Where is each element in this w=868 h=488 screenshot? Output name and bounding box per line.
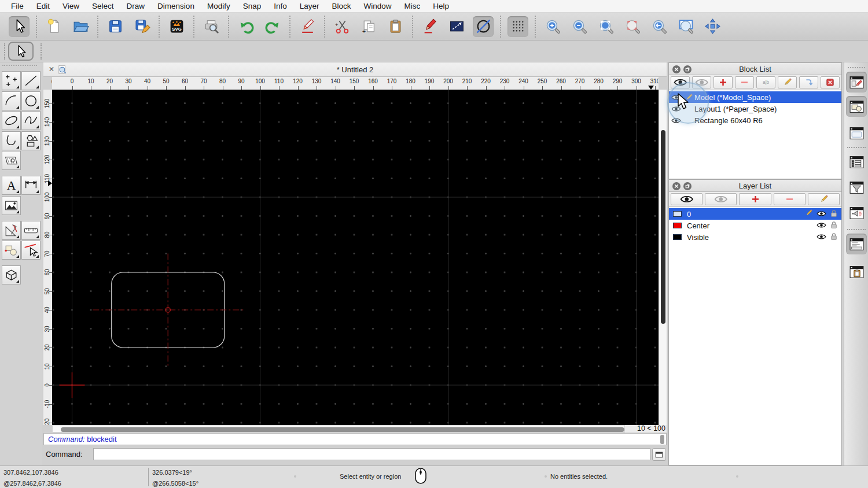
grid-toggle-button[interactable] <box>507 16 528 37</box>
zoom-window-button[interactable] <box>675 16 696 37</box>
drawing-canvas[interactable] <box>52 90 659 425</box>
command-history-scrollbar[interactable] <box>660 435 664 444</box>
tool-spline[interactable] <box>21 111 41 130</box>
menu-modify[interactable]: Modify <box>201 0 237 13</box>
svg-export-button[interactable]: SVG <box>166 16 187 37</box>
hide-layer-button[interactable] <box>705 193 737 205</box>
command-input[interactable] <box>93 448 650 460</box>
library-browser-toggle-button[interactable] <box>846 96 867 117</box>
tool-arc[interactable] <box>2 91 21 110</box>
close-panel-icon[interactable] <box>672 182 681 190</box>
remove-block-button[interactable] <box>735 76 754 88</box>
print-preview-button[interactable] <box>201 16 222 37</box>
menu-select[interactable]: Select <box>86 0 120 13</box>
menu-info[interactable]: Info <box>267 0 293 13</box>
delete-all-blocks-button[interactable] <box>821 76 840 88</box>
selection-filter-toggle-button[interactable] <box>846 177 867 198</box>
command-window-button[interactable] <box>652 448 666 461</box>
command-line-toggle-button[interactable] <box>846 234 867 254</box>
tool-text[interactable]: A <box>2 176 21 195</box>
tool-dimension[interactable] <box>21 176 41 195</box>
undo-button[interactable] <box>236 16 256 37</box>
layer-name[interactable]: Center <box>687 221 816 230</box>
menu-view[interactable]: View <box>56 0 86 13</box>
property-editor-toggle-button[interactable] <box>846 123 867 143</box>
menu-layer[interactable]: Layer <box>293 0 326 13</box>
paste-button[interactable] <box>385 16 406 37</box>
command-options-toggle-button[interactable] <box>846 202 867 223</box>
vertical-scrollbar-thumb[interactable] <box>661 130 665 324</box>
add-block-button[interactable] <box>713 76 733 88</box>
select-arrow-button[interactable] <box>9 16 30 37</box>
cut-button[interactable]: + <box>332 16 352 37</box>
zoom-pan-button[interactable] <box>702 16 723 37</box>
tool-points[interactable] <box>2 71 21 90</box>
zoom-in-button[interactable] <box>542 16 563 37</box>
open-file-button[interactable] <box>70 16 91 37</box>
tool-solid[interactable] <box>2 265 21 284</box>
zoom-auto-button[interactable] <box>595 16 616 37</box>
redo-button[interactable] <box>262 16 283 37</box>
clipboard-toggle-button[interactable] <box>846 261 867 282</box>
copy-button[interactable]: + <box>358 16 379 37</box>
edit-block-button[interactable] <box>778 76 797 88</box>
lock-icon[interactable] <box>830 209 837 219</box>
eye-icon[interactable] <box>816 210 826 219</box>
delete-entity-button[interactable] <box>297 16 318 37</box>
layer-row[interactable]: Center <box>669 220 841 231</box>
menu-dimension[interactable]: Dimension <box>151 0 201 13</box>
menu-snap[interactable]: Snap <box>237 0 268 13</box>
draft-mode-button[interactable] <box>473 16 494 37</box>
rename-block-button[interactable]: a|b <box>756 76 775 88</box>
menu-block[interactable]: Block <box>326 0 358 13</box>
vertical-scrollbar[interactable] <box>659 90 667 425</box>
horizontal-scrollbar-track[interactable] <box>52 425 625 432</box>
layer-name[interactable]: 0 <box>687 210 805 219</box>
block-list-toggle-button[interactable] <box>846 72 867 93</box>
insert-block-button[interactable] <box>799 76 818 88</box>
horizontal-scrollbar-thumb[interactable] <box>61 427 624 432</box>
menu-window[interactable]: Window <box>358 0 398 13</box>
edit-layer-button[interactable] <box>808 193 840 205</box>
menu-edit[interactable]: Edit <box>30 0 56 13</box>
remove-layer-button[interactable] <box>774 193 806 205</box>
menu-misc[interactable]: Misc <box>398 0 427 13</box>
draw-order-button[interactable] <box>446 16 467 37</box>
tool-measure[interactable] <box>21 221 41 240</box>
eye-icon[interactable] <box>816 221 826 230</box>
edit-pencil-button[interactable] <box>420 16 440 37</box>
lock-icon[interactable] <box>830 232 837 242</box>
tool-hatch[interactable] <box>2 151 21 170</box>
tool-circle[interactable] <box>21 91 41 110</box>
new-file-button[interactable] <box>43 16 64 37</box>
layer-row[interactable]: 0 <box>669 208 841 220</box>
close-panel-icon[interactable] <box>672 65 681 73</box>
save-as-button[interactable] <box>131 16 152 37</box>
zoom-previous-button[interactable] <box>622 16 643 37</box>
tool-polyline[interactable] <box>2 131 21 150</box>
layer-list-toggle-button[interactable] <box>846 151 867 172</box>
zoom-back-button[interactable] <box>649 16 670 37</box>
save-button[interactable] <box>105 16 126 37</box>
edit-layer-icon[interactable] <box>805 209 812 219</box>
tool-select-deselect[interactable] <box>21 241 41 260</box>
tool-shapes[interactable] <box>21 131 41 150</box>
tool-blocks[interactable] <box>2 241 21 260</box>
tool-ellipse[interactable] <box>2 111 21 130</box>
tool-image[interactable] <box>2 196 21 215</box>
menu-file[interactable]: File <box>5 0 30 13</box>
menu-help[interactable]: Help <box>426 0 455 13</box>
layer-name[interactable]: Visible <box>687 233 816 242</box>
menu-draw[interactable]: Draw <box>120 0 152 13</box>
float-panel-icon[interactable] <box>683 65 692 73</box>
add-layer-button[interactable] <box>739 193 771 205</box>
zoom-out-button[interactable] <box>569 16 590 37</box>
tool-modify[interactable] <box>2 221 21 240</box>
select-tool-button[interactable] <box>8 42 34 61</box>
show-layer-button[interactable] <box>671 193 703 205</box>
layer-row[interactable]: Visible <box>669 231 841 243</box>
float-panel-icon[interactable] <box>683 182 692 190</box>
lock-icon[interactable] <box>830 221 837 231</box>
tool-line[interactable] <box>21 71 41 90</box>
eye-icon[interactable] <box>816 233 826 242</box>
